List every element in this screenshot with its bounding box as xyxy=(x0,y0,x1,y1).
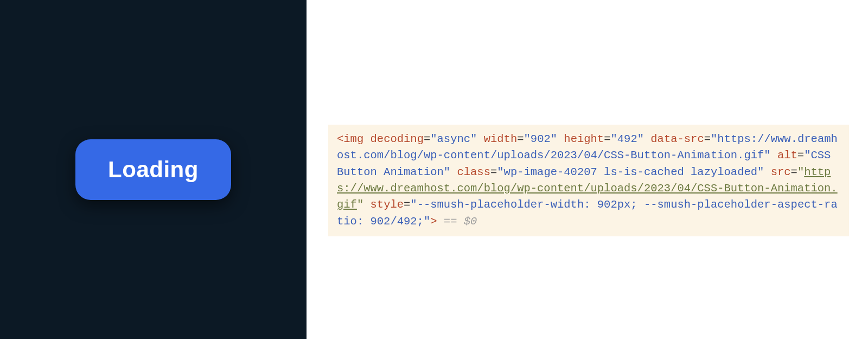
attr-class-name: class xyxy=(457,166,490,178)
attr-decoding-value: "async" xyxy=(430,133,477,145)
console-element-reference: == $0 xyxy=(437,215,477,228)
tag-name: img xyxy=(343,133,363,145)
loading-button[interactable]: Loading xyxy=(75,139,231,200)
preview-panel: Loading xyxy=(0,0,307,339)
attr-class-value: "wp-image-40207 ls-is-cached lazyloaded" xyxy=(497,166,764,178)
html-element-source[interactable]: <img decoding="async" width="902" height… xyxy=(328,125,849,236)
attr-height-value: "492" xyxy=(610,133,644,145)
attr-style-value: "--smush-placeholder-width: 902px; --smu… xyxy=(337,198,838,227)
attr-src-name: src xyxy=(771,166,791,178)
attr-height-name: height xyxy=(564,133,604,145)
devtools-panel: <img decoding="async" width="902" height… xyxy=(307,0,868,361)
tag-bracket-close: > xyxy=(430,215,437,228)
attr-width-value: "902" xyxy=(524,133,558,145)
attr-decoding-name: decoding xyxy=(371,133,424,145)
attr-width-name: width xyxy=(484,133,518,145)
attr-alt-name: alt xyxy=(777,149,797,162)
tag-bracket-open: < xyxy=(337,133,343,145)
attr-style-name: style xyxy=(371,198,404,211)
attr-datasrc-name: data-src xyxy=(650,133,704,145)
